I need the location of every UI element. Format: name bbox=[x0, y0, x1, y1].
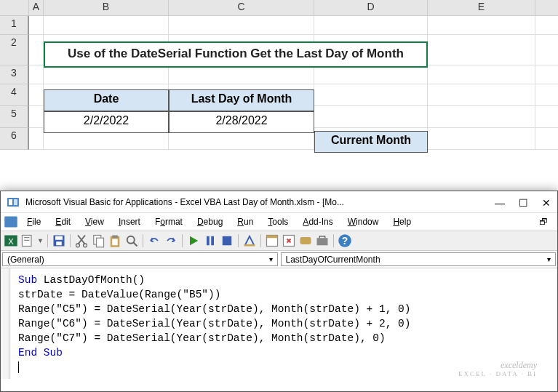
svg-rect-22 bbox=[223, 236, 232, 246]
cut-icon[interactable] bbox=[74, 233, 89, 248]
svg-text:?: ? bbox=[342, 236, 348, 247]
dropdown-arrow-icon[interactable]: ▼ bbox=[37, 237, 44, 244]
close-button[interactable]: ✕ bbox=[541, 197, 551, 207]
procedure-dropdown[interactable]: LastDayOfCurrentMonth ▾ bbox=[281, 252, 557, 266]
watermark-sub: EXCEL · DATA · BI bbox=[458, 370, 537, 378]
svg-rect-20 bbox=[207, 236, 210, 246]
toolbox-icon[interactable] bbox=[315, 233, 330, 248]
excel-worksheet: A B C D E 1 2 3 4 5 6 Use of the DateSer… bbox=[0, 0, 558, 191]
design-mode-icon[interactable] bbox=[242, 233, 257, 248]
cell-date-value[interactable]: 2/2/2022 bbox=[44, 111, 169, 133]
svg-rect-25 bbox=[266, 236, 277, 239]
vbe-toolbar: X ▼ ? bbox=[1, 231, 557, 251]
code-line-2: strDate = DateValue(Range("B5")) bbox=[18, 289, 220, 300]
watermark: exceldemy EXCEL · DATA · BI bbox=[458, 360, 537, 378]
copy-icon[interactable] bbox=[91, 233, 105, 248]
keyword-sub: Sub bbox=[18, 274, 37, 286]
child-restore-button[interactable]: 🗗 bbox=[533, 217, 554, 227]
code-line-1: LastDayOfMonth() bbox=[37, 274, 145, 286]
vbe-title-text: Microsoft Visual Basic for Applications … bbox=[25, 197, 495, 207]
project-explorer-icon[interactable] bbox=[265, 233, 279, 248]
vbe-object-proc-bar: (General) ▾ LastDayOfCurrentMonth ▾ bbox=[1, 251, 557, 268]
code-line-3: Range("C5") = DateSerial(Year(strDate), … bbox=[18, 303, 411, 315]
svg-rect-15 bbox=[96, 238, 103, 247]
chevron-down-icon: ▾ bbox=[269, 255, 273, 263]
menu-file[interactable]: File bbox=[21, 215, 47, 228]
menu-insert[interactable]: Insert bbox=[113, 215, 146, 228]
menu-debug[interactable]: Debug bbox=[191, 215, 228, 228]
run-icon[interactable] bbox=[186, 233, 201, 248]
col-header-b[interactable]: B bbox=[44, 0, 169, 15]
merged-title-cell[interactable]: Use of the DateSerial Function Get the L… bbox=[44, 41, 428, 68]
header-last-day[interactable]: Last Day of Month bbox=[169, 89, 314, 111]
svg-rect-27 bbox=[300, 237, 311, 244]
header-date[interactable]: Date bbox=[44, 89, 169, 111]
code-line-4: Range("C6") = DateSerial(Year(strDate), … bbox=[18, 318, 411, 329]
object-dropdown[interactable]: (General) ▾ bbox=[2, 252, 278, 266]
find-icon[interactable] bbox=[124, 233, 139, 248]
keyword-end-sub: End Sub bbox=[18, 347, 63, 359]
vbe-corner-icon[interactable] bbox=[4, 215, 18, 229]
chevron-down-icon: ▾ bbox=[547, 255, 551, 263]
svg-rect-7 bbox=[24, 237, 30, 238]
text-cursor bbox=[18, 361, 19, 373]
row-header-2[interactable]: 2 bbox=[0, 35, 29, 65]
menu-window[interactable]: Window bbox=[342, 215, 385, 228]
svg-rect-23 bbox=[244, 244, 255, 247]
menu-help[interactable]: Help bbox=[387, 215, 417, 228]
vbe-titlebar[interactable]: Microsoft Visual Basic for Applications … bbox=[1, 191, 557, 213]
row-header-5[interactable]: 5 bbox=[0, 106, 29, 128]
menu-format[interactable]: Format bbox=[149, 215, 188, 228]
menu-tools[interactable]: Tools bbox=[262, 215, 294, 228]
properties-icon[interactable] bbox=[282, 233, 296, 248]
svg-point-19 bbox=[127, 236, 135, 244]
break-icon[interactable] bbox=[203, 233, 218, 248]
col-header-d[interactable]: D bbox=[314, 0, 428, 15]
col-header-a[interactable]: A bbox=[29, 0, 44, 15]
vbe-app-icon bbox=[7, 196, 20, 209]
svg-rect-1 bbox=[9, 199, 12, 205]
menu-addins[interactable]: Add-Ins bbox=[297, 215, 338, 228]
save-icon[interactable] bbox=[52, 233, 66, 248]
watermark-main: exceldemy bbox=[458, 360, 537, 370]
svg-rect-21 bbox=[211, 236, 214, 246]
svg-rect-10 bbox=[55, 236, 63, 240]
help-icon[interactable]: ? bbox=[338, 233, 352, 248]
object-browser-icon[interactable] bbox=[298, 233, 313, 248]
object-dropdown-value: (General) bbox=[7, 255, 44, 265]
vbe-menubar: File Edit View Insert Format Debug Run T… bbox=[1, 213, 557, 231]
row-header-3[interactable]: 3 bbox=[0, 65, 29, 84]
svg-rect-17 bbox=[112, 236, 118, 239]
menu-view[interactable]: View bbox=[79, 215, 110, 228]
svg-rect-2 bbox=[14, 199, 17, 205]
maximize-button[interactable]: ☐ bbox=[518, 197, 528, 207]
select-all-corner[interactable] bbox=[0, 0, 29, 15]
row-header-6[interactable]: 6 bbox=[0, 128, 29, 150]
cell-last-day-value[interactable]: 2/28/2022 bbox=[169, 111, 314, 133]
menu-edit[interactable]: Edit bbox=[49, 215, 76, 228]
redo-icon[interactable] bbox=[164, 233, 178, 248]
row-header-1[interactable]: 1 bbox=[0, 16, 29, 35]
svg-rect-18 bbox=[112, 239, 118, 246]
insert-module-icon[interactable] bbox=[20, 233, 35, 248]
view-excel-icon[interactable]: X bbox=[4, 233, 18, 248]
undo-icon[interactable] bbox=[147, 233, 162, 248]
svg-rect-28 bbox=[316, 238, 327, 245]
procedure-dropdown-value: LastDayOfCurrentMonth bbox=[286, 255, 380, 265]
svg-text:X: X bbox=[8, 237, 14, 246]
column-headers: A B C D E bbox=[0, 0, 558, 16]
svg-rect-8 bbox=[24, 240, 30, 241]
minimize-button[interactable]: — bbox=[495, 197, 505, 207]
reset-icon[interactable] bbox=[220, 233, 234, 248]
col-header-e[interactable]: E bbox=[428, 0, 535, 15]
paste-icon[interactable] bbox=[108, 233, 122, 248]
row-headers: 1 2 3 4 5 6 bbox=[0, 16, 29, 150]
menu-run[interactable]: Run bbox=[231, 215, 259, 228]
row-header-4[interactable]: 4 bbox=[0, 84, 29, 106]
svg-rect-3 bbox=[4, 217, 17, 228]
code-line-5: Range("C7") = DateSerial(Year(strDate), … bbox=[18, 332, 386, 344]
vbe-window: Microsoft Visual Basic for Applications … bbox=[0, 191, 558, 392]
svg-rect-11 bbox=[56, 241, 62, 245]
col-header-c[interactable]: C bbox=[169, 0, 314, 15]
header-current-month[interactable]: Current Month bbox=[314, 131, 428, 153]
